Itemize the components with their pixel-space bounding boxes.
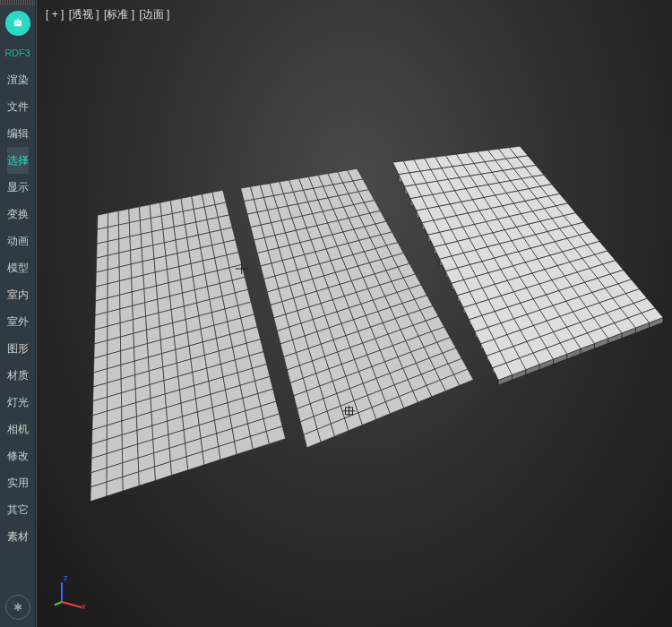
sidebar-item-label: 相机 bbox=[7, 422, 29, 437]
sidebar-grip[interactable] bbox=[0, 0, 35, 5]
sidebar-item-label: 变换 bbox=[7, 207, 29, 222]
svg-marker-19 bbox=[129, 220, 141, 236]
sidebar: RDF3 渲染文件编辑选择显示变换动画模型室内室外图形材质灯光相机修改实用其它素… bbox=[0, 0, 36, 627]
sidebar-item-0[interactable]: 渲染 bbox=[7, 66, 29, 93]
svg-rect-3 bbox=[17, 19, 18, 21]
sidebar-item-label: 图形 bbox=[7, 341, 29, 356]
sidebar-item-9[interactable]: 室外 bbox=[7, 308, 29, 335]
svg-marker-5 bbox=[108, 210, 118, 227]
svg-marker-28 bbox=[97, 241, 108, 258]
svg-line-1138 bbox=[62, 602, 82, 607]
svg-marker-22 bbox=[161, 214, 174, 229]
robot-icon bbox=[11, 16, 25, 30]
sidebar-item-12[interactable]: 灯光 bbox=[7, 389, 29, 416]
sidebar-item-14[interactable]: 修改 bbox=[7, 442, 29, 469]
sidebar-item-label: 文件 bbox=[7, 99, 29, 115]
sidebar-item-3[interactable]: 选择 bbox=[7, 147, 29, 174]
brand-label[interactable]: RDF3 bbox=[0, 39, 35, 66]
svg-marker-6 bbox=[118, 209, 129, 225]
sidebar-item-6[interactable]: 动画 bbox=[7, 228, 29, 254]
svg-marker-18 bbox=[118, 223, 130, 239]
viewport[interactable]: [ + ] [透视 ] [标准 ] [边面 ] z x y bbox=[36, 0, 672, 627]
sidebar-item-15[interactable]: 实用 bbox=[7, 469, 29, 496]
sidebar-item-11[interactable]: 材质 bbox=[7, 362, 29, 389]
axis-x-label: x bbox=[82, 602, 86, 609]
brand-text: RDF3 bbox=[4, 47, 30, 58]
svg-line-1139 bbox=[55, 602, 62, 607]
svg-marker-31 bbox=[130, 234, 142, 250]
svg-marker-9 bbox=[150, 202, 161, 218]
sidebar-item-label: 灯光 bbox=[7, 395, 29, 410]
sidebar-item-5[interactable]: 变换 bbox=[7, 201, 29, 228]
sidebar-item-8[interactable]: 室内 bbox=[7, 281, 29, 308]
svg-marker-8 bbox=[140, 205, 151, 221]
sidebar-item-4[interactable]: 显示 bbox=[7, 174, 29, 201]
gear-icon: ✱ bbox=[13, 601, 22, 614]
svg-marker-10 bbox=[160, 201, 173, 216]
sidebar-item-label: 素材 bbox=[7, 529, 29, 545]
sidebar-item-label: 渲染 bbox=[7, 73, 29, 88]
svg-rect-0 bbox=[14, 21, 22, 27]
sidebar-item-7[interactable]: 模型 bbox=[7, 254, 29, 281]
app-logo[interactable] bbox=[5, 11, 30, 36]
svg-marker-23 bbox=[172, 211, 185, 227]
sidebar-item-16[interactable]: 其它 bbox=[7, 496, 29, 523]
sidebar-item-label: 修改 bbox=[7, 449, 29, 464]
axis-z-label: z bbox=[64, 573, 68, 582]
axis-gizmo[interactable]: z x y bbox=[55, 573, 90, 609]
sidebar-item-label: 室内 bbox=[7, 288, 29, 303]
svg-marker-29 bbox=[108, 239, 119, 255]
viewport-canvas[interactable] bbox=[37, 0, 672, 627]
sidebar-item-label: 材质 bbox=[7, 368, 29, 383]
svg-marker-7 bbox=[129, 207, 141, 223]
svg-point-2 bbox=[18, 22, 20, 24]
svg-marker-4 bbox=[98, 213, 108, 229]
svg-marker-21 bbox=[151, 216, 163, 232]
svg-marker-20 bbox=[140, 219, 151, 235]
sidebar-item-label: 选择 bbox=[7, 153, 29, 168]
svg-marker-16 bbox=[97, 228, 108, 244]
sidebar-item-label: 编辑 bbox=[7, 126, 29, 142]
sidebar-item-label: 室外 bbox=[7, 314, 29, 330]
sidebar-item-label: 动画 bbox=[7, 234, 29, 249]
sidebar-item-17[interactable]: 素材 bbox=[7, 523, 29, 550]
settings-button[interactable]: ✱ bbox=[5, 595, 30, 620]
sidebar-item-label: 其它 bbox=[7, 502, 29, 518]
svg-point-1 bbox=[15, 22, 17, 24]
sidebar-item-1[interactable]: 文件 bbox=[7, 93, 29, 120]
svg-marker-30 bbox=[119, 236, 131, 253]
sidebar-item-label: 显示 bbox=[7, 180, 29, 195]
sidebar-item-label: 实用 bbox=[7, 476, 29, 491]
sidebar-item-label: 模型 bbox=[7, 261, 29, 276]
sidebar-item-10[interactable]: 图形 bbox=[7, 335, 29, 362]
sidebar-item-2[interactable]: 编辑 bbox=[7, 120, 29, 147]
sidebar-item-13[interactable]: 相机 bbox=[7, 416, 29, 442]
svg-marker-17 bbox=[108, 225, 118, 241]
svg-marker-27 bbox=[215, 202, 228, 218]
